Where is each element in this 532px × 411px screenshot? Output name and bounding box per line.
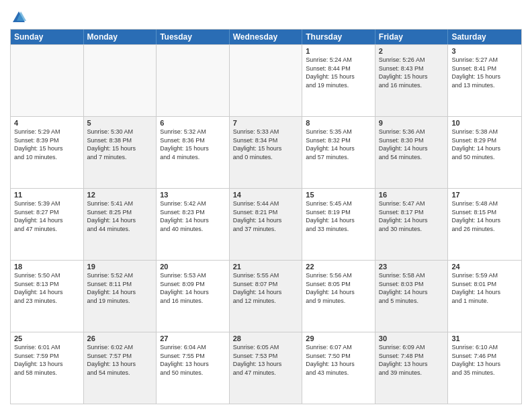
- day-info: Sunrise: 5:58 AM Sunset: 8:03 PM Dayligh…: [379, 271, 445, 305]
- day-number: 27: [160, 334, 226, 342]
- day-number: 14: [233, 191, 299, 199]
- header: [10, 7, 522, 25]
- day-number: 23: [379, 263, 445, 271]
- day-info: Sunrise: 5:50 AM Sunset: 8:13 PM Dayligh…: [14, 271, 80, 305]
- cal-cell: 16Sunrise: 5:47 AM Sunset: 8:17 PM Dayli…: [375, 189, 449, 260]
- cal-cell: 5Sunrise: 5:30 AM Sunset: 8:38 PM Daylig…: [84, 117, 157, 188]
- header-day-monday: Monday: [84, 30, 157, 44]
- day-number: 8: [306, 119, 371, 127]
- cal-cell: 10Sunrise: 5:38 AM Sunset: 8:29 PM Dayli…: [448, 117, 521, 188]
- day-number: 18: [14, 263, 80, 271]
- day-number: 2: [379, 47, 445, 55]
- day-number: 1: [306, 47, 371, 55]
- cal-cell: 9Sunrise: 5:36 AM Sunset: 8:30 PM Daylig…: [375, 117, 449, 188]
- cal-cell: 4Sunrise: 5:29 AM Sunset: 8:39 PM Daylig…: [11, 117, 84, 188]
- logo-icon: [11, 10, 26, 25]
- day-info: Sunrise: 6:04 AM Sunset: 7:55 PM Dayligh…: [160, 343, 226, 377]
- calendar-header: SundayMondayTuesdayWednesdayThursdayFrid…: [11, 30, 521, 44]
- cal-cell: 23Sunrise: 5:58 AM Sunset: 8:03 PM Dayli…: [375, 261, 449, 332]
- day-number: 26: [87, 334, 153, 342]
- day-number: 24: [451, 263, 518, 271]
- day-number: 4: [14, 119, 80, 127]
- cal-cell: 3Sunrise: 5:27 AM Sunset: 8:41 PM Daylig…: [448, 45, 521, 116]
- day-number: 3: [451, 47, 518, 55]
- day-info: Sunrise: 5:41 AM Sunset: 8:25 PM Dayligh…: [87, 199, 153, 233]
- day-info: Sunrise: 6:02 AM Sunset: 7:57 PM Dayligh…: [87, 343, 153, 377]
- cal-cell: 11Sunrise: 5:39 AM Sunset: 8:27 PM Dayli…: [11, 189, 84, 260]
- calendar-body: 1Sunrise: 5:24 AM Sunset: 8:44 PM Daylig…: [11, 44, 521, 404]
- cal-cell: 28Sunrise: 6:05 AM Sunset: 7:53 PM Dayli…: [230, 332, 303, 404]
- day-info: Sunrise: 5:55 AM Sunset: 8:07 PM Dayligh…: [233, 271, 299, 305]
- cal-cell: 8Sunrise: 5:35 AM Sunset: 8:32 PM Daylig…: [302, 117, 375, 188]
- day-number: 28: [233, 334, 299, 342]
- header-day-saturday: Saturday: [448, 30, 521, 44]
- day-number: 16: [379, 191, 445, 199]
- cal-cell: 18Sunrise: 5:50 AM Sunset: 8:13 PM Dayli…: [11, 261, 84, 332]
- header-day-friday: Friday: [375, 30, 449, 44]
- day-info: Sunrise: 5:52 AM Sunset: 8:11 PM Dayligh…: [87, 271, 153, 305]
- cal-cell: [84, 45, 157, 116]
- week-row-1: 4Sunrise: 5:29 AM Sunset: 8:39 PM Daylig…: [11, 116, 521, 188]
- cal-cell: 30Sunrise: 6:09 AM Sunset: 7:48 PM Dayli…: [375, 332, 449, 404]
- day-info: Sunrise: 5:26 AM Sunset: 8:43 PM Dayligh…: [379, 56, 445, 89]
- calendar: SundayMondayTuesdayWednesdayThursdayFrid…: [10, 29, 522, 404]
- day-info: Sunrise: 5:44 AM Sunset: 8:21 PM Dayligh…: [233, 199, 299, 233]
- day-info: Sunrise: 5:59 AM Sunset: 8:01 PM Dayligh…: [451, 271, 518, 305]
- cal-cell: 14Sunrise: 5:44 AM Sunset: 8:21 PM Dayli…: [230, 189, 303, 260]
- day-info: Sunrise: 5:35 AM Sunset: 8:32 PM Dayligh…: [306, 128, 371, 161]
- cal-cell: 22Sunrise: 5:56 AM Sunset: 8:05 PM Dayli…: [302, 261, 375, 332]
- cal-cell: 25Sunrise: 6:01 AM Sunset: 7:59 PM Dayli…: [11, 332, 84, 404]
- day-number: 5: [87, 119, 153, 127]
- day-number: 9: [379, 119, 445, 127]
- day-number: 10: [451, 119, 518, 127]
- day-info: Sunrise: 5:47 AM Sunset: 8:17 PM Dayligh…: [379, 199, 445, 233]
- header-day-wednesday: Wednesday: [230, 30, 303, 44]
- day-number: 6: [160, 119, 226, 127]
- day-number: 20: [160, 263, 226, 271]
- header-day-tuesday: Tuesday: [157, 30, 230, 44]
- cal-cell: 13Sunrise: 5:42 AM Sunset: 8:23 PM Dayli…: [157, 189, 230, 260]
- day-info: Sunrise: 5:30 AM Sunset: 8:38 PM Dayligh…: [87, 128, 153, 161]
- cal-cell: 2Sunrise: 5:26 AM Sunset: 8:43 PM Daylig…: [375, 45, 449, 116]
- day-number: 30: [379, 334, 445, 342]
- cal-cell: 27Sunrise: 6:04 AM Sunset: 7:55 PM Dayli…: [157, 332, 230, 404]
- day-info: Sunrise: 6:01 AM Sunset: 7:59 PM Dayligh…: [14, 343, 80, 377]
- day-number: 11: [14, 191, 80, 199]
- day-number: 7: [233, 119, 299, 127]
- day-info: Sunrise: 5:27 AM Sunset: 8:41 PM Dayligh…: [451, 56, 518, 89]
- day-info: Sunrise: 5:56 AM Sunset: 8:05 PM Dayligh…: [306, 271, 371, 305]
- day-info: Sunrise: 6:09 AM Sunset: 7:48 PM Dayligh…: [379, 343, 445, 377]
- day-number: 25: [14, 334, 80, 342]
- cal-cell: 12Sunrise: 5:41 AM Sunset: 8:25 PM Dayli…: [84, 189, 157, 260]
- day-number: 22: [306, 263, 371, 271]
- day-info: Sunrise: 5:39 AM Sunset: 8:27 PM Dayligh…: [14, 199, 80, 233]
- cal-cell: 20Sunrise: 5:53 AM Sunset: 8:09 PM Dayli…: [157, 261, 230, 332]
- cal-cell: 15Sunrise: 5:45 AM Sunset: 8:19 PM Dayli…: [302, 189, 375, 260]
- day-info: Sunrise: 5:53 AM Sunset: 8:09 PM Dayligh…: [160, 271, 226, 305]
- day-number: 31: [451, 334, 518, 342]
- header-day-sunday: Sunday: [11, 30, 84, 44]
- day-number: 13: [160, 191, 226, 199]
- week-row-2: 11Sunrise: 5:39 AM Sunset: 8:27 PM Dayli…: [11, 188, 521, 260]
- day-number: 17: [451, 191, 518, 199]
- week-row-3: 18Sunrise: 5:50 AM Sunset: 8:13 PM Dayli…: [11, 260, 521, 332]
- day-info: Sunrise: 5:45 AM Sunset: 8:19 PM Dayligh…: [306, 199, 371, 233]
- cal-cell: 26Sunrise: 6:02 AM Sunset: 7:57 PM Dayli…: [84, 332, 157, 404]
- day-number: 19: [87, 263, 153, 271]
- cal-cell: 1Sunrise: 5:24 AM Sunset: 8:44 PM Daylig…: [302, 45, 375, 116]
- day-info: Sunrise: 5:29 AM Sunset: 8:39 PM Dayligh…: [14, 128, 80, 161]
- header-day-thursday: Thursday: [302, 30, 375, 44]
- day-info: Sunrise: 5:33 AM Sunset: 8:34 PM Dayligh…: [233, 128, 299, 161]
- day-info: Sunrise: 6:10 AM Sunset: 7:46 PM Dayligh…: [451, 343, 518, 377]
- day-info: Sunrise: 5:24 AM Sunset: 8:44 PM Dayligh…: [306, 56, 371, 89]
- day-info: Sunrise: 5:32 AM Sunset: 8:36 PM Dayligh…: [160, 128, 226, 161]
- cal-cell: 6Sunrise: 5:32 AM Sunset: 8:36 PM Daylig…: [157, 117, 230, 188]
- logo: [10, 10, 26, 25]
- week-row-0: 1Sunrise: 5:24 AM Sunset: 8:44 PM Daylig…: [11, 44, 521, 116]
- cal-cell: [11, 45, 84, 116]
- cal-cell: 17Sunrise: 5:48 AM Sunset: 8:15 PM Dayli…: [448, 189, 521, 260]
- week-row-4: 25Sunrise: 6:01 AM Sunset: 7:59 PM Dayli…: [11, 332, 521, 404]
- day-info: Sunrise: 5:38 AM Sunset: 8:29 PM Dayligh…: [451, 128, 518, 161]
- cal-cell: 21Sunrise: 5:55 AM Sunset: 8:07 PM Dayli…: [230, 261, 303, 332]
- cal-cell: [230, 45, 303, 116]
